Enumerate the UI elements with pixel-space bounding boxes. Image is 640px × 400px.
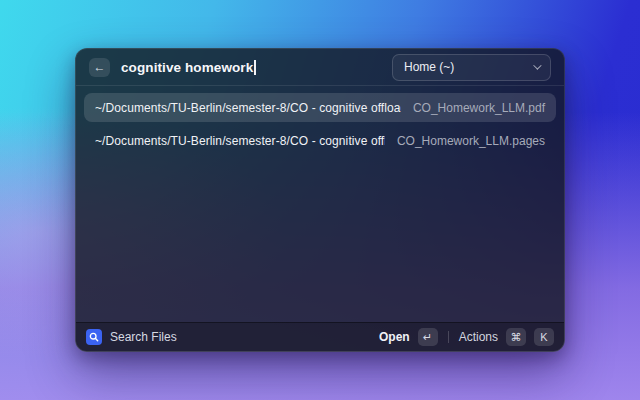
footer-actions: Open ↵ Actions ⌘ K	[379, 328, 554, 346]
back-button[interactable]: ←	[89, 58, 110, 77]
search-icon	[86, 329, 102, 345]
k-key-icon: K	[534, 328, 554, 346]
magnifier-glyph	[89, 332, 99, 342]
result-filename: CO_Homework_LLM.pages	[397, 134, 545, 148]
result-row[interactable]: ~/Documents/TU-Berlin/semester-8/CO - co…	[84, 126, 556, 155]
scope-dropdown-value: Home (~)	[404, 60, 454, 74]
chevron-down-icon	[533, 61, 541, 69]
scope-dropdown[interactable]: Home (~)	[392, 54, 551, 81]
search-files-window: ← cognitive homework Home (~) ~/Document…	[75, 48, 565, 352]
search-bar: ← cognitive homework Home (~)	[76, 49, 564, 86]
result-row-selected[interactable]: ~/Documents/TU-Berlin/semester-8/CO - co…	[84, 93, 556, 122]
search-input[interactable]: cognitive homework	[121, 60, 256, 75]
results-list: ~/Documents/TU-Berlin/semester-8/CO - co…	[76, 86, 564, 322]
action-bar: Search Files Open ↵ Actions ⌘ K	[76, 322, 564, 351]
text-caret	[254, 60, 256, 75]
cmd-key-icon: ⌘	[506, 328, 526, 346]
result-filename: CO_Homework_LLM.pdf	[413, 101, 545, 115]
enter-key-icon: ↵	[418, 328, 438, 346]
open-action-button[interactable]: Open	[379, 330, 410, 344]
back-arrow-icon: ←	[94, 60, 106, 74]
command-name: Search Files	[110, 330, 177, 344]
footer-divider	[448, 331, 449, 343]
result-path: ~/Documents/TU-Berlin/semester-8/CO - co…	[95, 101, 401, 115]
actions-menu-button[interactable]: Actions	[459, 330, 498, 344]
search-input-value: cognitive homework	[121, 60, 253, 75]
result-path: ~/Documents/TU-Berlin/semester-8/CO - co…	[95, 134, 385, 148]
